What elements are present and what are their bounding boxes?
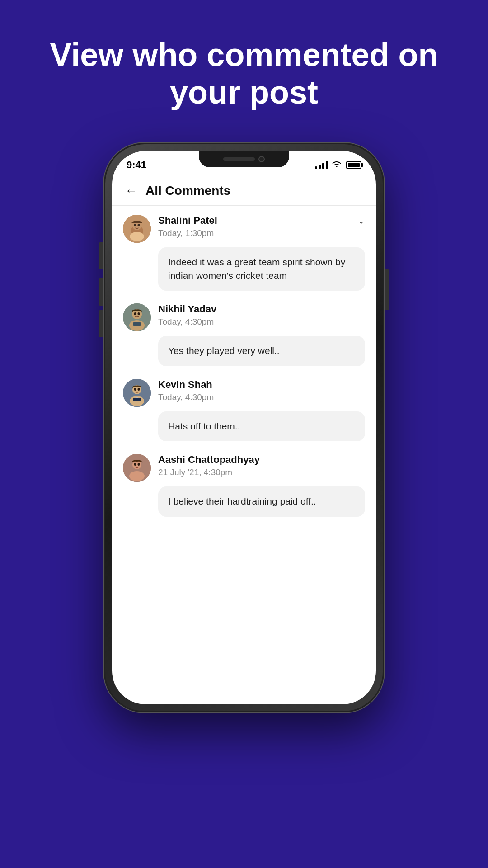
svg-point-3 bbox=[134, 224, 136, 226]
list-item: Nikhil Yadav Today, 4:30pm Yes they play… bbox=[123, 303, 365, 366]
comment-user-row: Aashi Chattopadhyay bbox=[158, 454, 365, 466]
comment-meta: Nikhil Yadav Today, 4:30pm bbox=[123, 303, 365, 331]
svg-point-8 bbox=[134, 312, 136, 315]
comment-timestamp: Today, 4:30pm bbox=[158, 392, 365, 402]
front-camera bbox=[258, 156, 265, 162]
comment-text: I believe their hardtraining paid off.. bbox=[168, 495, 355, 508]
avatar bbox=[123, 454, 151, 482]
screen-header: ← All Comments bbox=[112, 175, 376, 206]
comment-user-info: Shalini Patel ⌄ Today, 1:30pm bbox=[158, 215, 365, 238]
hero-title: View who commented on your post bbox=[0, 0, 488, 134]
comment-user-info: Nikhil Yadav Today, 4:30pm bbox=[158, 303, 365, 327]
phone-notch bbox=[199, 151, 289, 167]
comment-username: Nikhil Yadav bbox=[158, 303, 216, 315]
comment-timestamp: Today, 4:30pm bbox=[158, 317, 365, 327]
svg-point-4 bbox=[138, 224, 140, 226]
list-item: Aashi Chattopadhyay 21 July '21, 4:30pm … bbox=[123, 454, 365, 516]
back-button[interactable]: ← bbox=[125, 184, 137, 198]
svg-point-15 bbox=[138, 388, 140, 391]
battery-icon bbox=[346, 161, 361, 169]
comment-meta: Shalini Patel ⌄ Today, 1:30pm bbox=[123, 215, 365, 243]
comment-text: Indeed it was a great team spirit shown … bbox=[168, 255, 355, 283]
comment-meta: Aashi Chattopadhyay 21 July '21, 4:30pm bbox=[123, 454, 365, 482]
avatar bbox=[123, 379, 151, 407]
svg-point-9 bbox=[138, 312, 140, 315]
phone-mockup: 9:41 bbox=[104, 143, 384, 712]
wifi-icon bbox=[332, 160, 342, 170]
comment-bubble: I believe their hardtraining paid off.. bbox=[158, 486, 365, 516]
comment-timestamp: Today, 1:30pm bbox=[158, 228, 365, 238]
status-time: 9:41 bbox=[127, 159, 146, 171]
svg-point-14 bbox=[134, 388, 136, 391]
comments-list: Shalini Patel ⌄ Today, 1:30pm Indeed it … bbox=[112, 206, 376, 526]
comment-bubble: Yes they played very well.. bbox=[158, 336, 365, 366]
comment-text: Yes they played very well.. bbox=[168, 344, 355, 358]
comment-timestamp: 21 July '21, 4:30pm bbox=[158, 467, 365, 477]
comment-bubble: Indeed it was a great team spirit shown … bbox=[158, 247, 365, 291]
phone-screen: 9:41 bbox=[112, 151, 376, 704]
chevron-down-icon[interactable]: ⌄ bbox=[357, 215, 365, 226]
comment-bubble: Hats off to them.. bbox=[158, 411, 365, 441]
list-item: Shalini Patel ⌄ Today, 1:30pm Indeed it … bbox=[123, 215, 365, 291]
comment-user-row: Nikhil Yadav bbox=[158, 303, 365, 315]
list-item: Kevin Shah Today, 4:30pm Hats off to the… bbox=[123, 379, 365, 441]
screen-content: ← All Comments bbox=[112, 175, 376, 704]
comment-username: Kevin Shah bbox=[158, 379, 212, 391]
comment-user-row: Shalini Patel ⌄ bbox=[158, 215, 365, 226]
comment-user-info: Aashi Chattopadhyay 21 July '21, 4:30pm bbox=[158, 454, 365, 477]
svg-point-5 bbox=[130, 232, 144, 241]
avatar bbox=[123, 215, 151, 243]
comment-username: Shalini Patel bbox=[158, 215, 217, 226]
svg-point-21 bbox=[138, 463, 140, 466]
svg-rect-11 bbox=[133, 322, 141, 326]
comment-text: Hats off to them.. bbox=[168, 420, 355, 433]
comment-username: Aashi Chattopadhyay bbox=[158, 454, 260, 466]
svg-rect-17 bbox=[133, 398, 141, 401]
svg-point-22 bbox=[129, 471, 145, 481]
comment-user-row: Kevin Shah bbox=[158, 379, 365, 391]
svg-point-20 bbox=[134, 463, 136, 466]
comment-user-info: Kevin Shah Today, 4:30pm bbox=[158, 379, 365, 402]
speaker bbox=[223, 157, 255, 161]
signal-icon bbox=[315, 161, 328, 169]
avatar bbox=[123, 303, 151, 331]
comment-meta: Kevin Shah Today, 4:30pm bbox=[123, 379, 365, 407]
screen-title: All Comments bbox=[145, 184, 230, 198]
status-icons bbox=[315, 160, 361, 170]
